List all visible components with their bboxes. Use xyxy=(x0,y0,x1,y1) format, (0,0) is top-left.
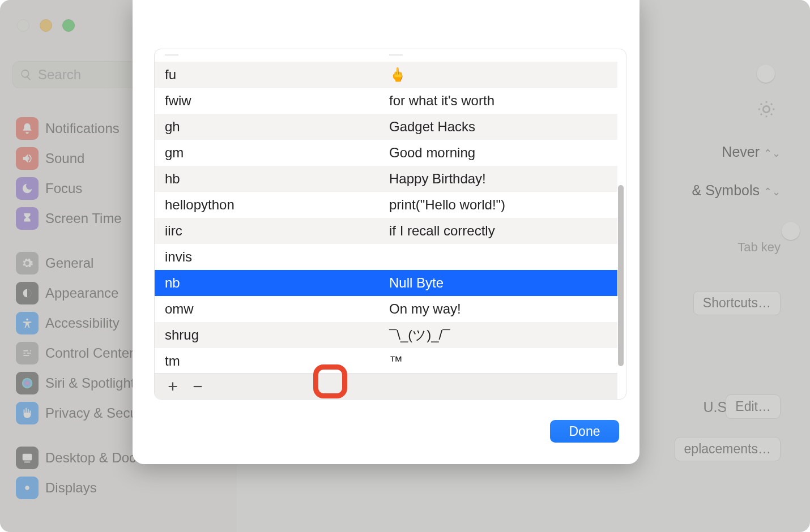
replace-cell: hb xyxy=(155,171,387,187)
table-scrollbar[interactable] xyxy=(618,185,624,366)
with-cell: Gadget Hacks xyxy=(387,119,617,135)
done-button[interactable]: Done xyxy=(550,420,619,443)
with-cell: Happy Birthday! xyxy=(387,171,617,187)
table-row[interactable]: gmGood morning xyxy=(155,140,617,166)
replacements-table: —— fu🖕fwiwfor what it's worthghGadget Ha… xyxy=(154,49,626,400)
replace-cell: nb xyxy=(155,275,387,291)
table-row[interactable]: iircif I recall correctly xyxy=(155,218,617,244)
table-footer: + − xyxy=(155,373,617,399)
table-row-partial: —— xyxy=(155,49,617,62)
table-row[interactable]: ghGadget Hacks xyxy=(155,114,617,140)
with-cell: ¯\_(ツ)_/¯ xyxy=(387,326,617,344)
system-settings-window: Search NotificationsSoundFocusScreen Tim… xyxy=(0,0,810,532)
table-row[interactable]: fu🖕 xyxy=(155,62,617,88)
table-row[interactable]: invis xyxy=(155,244,617,270)
replace-cell: fwiw xyxy=(155,93,387,109)
table-row[interactable]: fwiwfor what it's worth xyxy=(155,88,617,114)
table-row[interactable]: hbHappy Birthday! xyxy=(155,166,617,192)
add-replacement-button[interactable]: + xyxy=(160,375,185,398)
table-row[interactable]: shrug¯\_(ツ)_/¯ xyxy=(155,322,617,348)
replace-cell: shrug xyxy=(155,327,387,343)
table-row[interactable]: nbNull Byte xyxy=(155,270,617,296)
remove-replacement-button[interactable]: − xyxy=(185,375,210,398)
with-cell: On my way! xyxy=(387,301,617,317)
replace-cell: hellopython xyxy=(155,197,387,213)
with-cell: ™ xyxy=(387,353,617,369)
with-cell: print("Hello world!") xyxy=(387,197,617,213)
replace-cell: gm xyxy=(155,145,387,161)
table-row[interactable]: tm™ xyxy=(155,348,617,374)
with-cell: for what it's worth xyxy=(387,93,617,109)
replace-cell: gh xyxy=(155,119,387,135)
table-row[interactable]: hellopythonprint("Hello world!") xyxy=(155,192,617,218)
text-replacements-sheet: —— fu🖕fwiwfor what it's worthghGadget Ha… xyxy=(133,0,640,464)
replace-cell: omw xyxy=(155,301,387,317)
with-cell: 🖕 xyxy=(387,67,617,83)
replace-cell: tm xyxy=(155,353,387,369)
replace-cell: iirc xyxy=(155,223,387,239)
replace-cell: invis xyxy=(155,249,387,265)
replace-cell: fu xyxy=(155,67,387,83)
with-cell: if I recall correctly xyxy=(387,223,617,239)
table-row[interactable]: omwOn my way! xyxy=(155,296,617,322)
with-cell: Null Byte xyxy=(387,275,617,291)
replacements-table-body: —— fu🖕fwiwfor what it's worthghGadget Ha… xyxy=(155,49,617,399)
with-cell: Good morning xyxy=(387,145,617,161)
